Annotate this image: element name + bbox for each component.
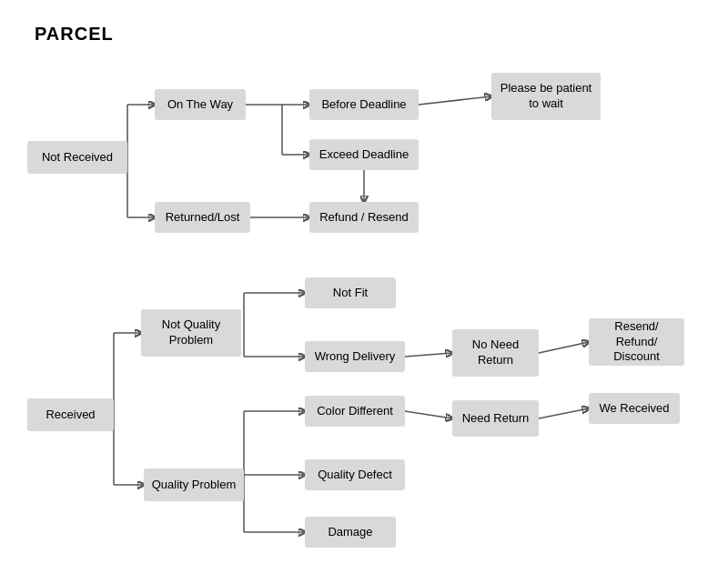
page-title: PARCEL bbox=[27, 18, 121, 49]
we-received-node: We Received bbox=[589, 393, 680, 424]
need-return-node: Need Return bbox=[452, 400, 539, 437]
not-quality-node: Not Quality Problem bbox=[141, 309, 241, 357]
exceed-deadline-node: Exceed Deadline bbox=[309, 139, 419, 170]
refund-resend-node: Refund / Resend bbox=[309, 202, 419, 233]
quality-defect-node: Quality Defect bbox=[305, 459, 405, 490]
svg-line-23 bbox=[539, 342, 589, 353]
svg-line-22 bbox=[405, 411, 452, 418]
returned-lost-node: Returned/Lost bbox=[155, 202, 250, 233]
resend-refund-node: Resend/ Refund/ Discount bbox=[589, 318, 684, 366]
svg-line-24 bbox=[539, 408, 589, 418]
svg-line-7 bbox=[419, 96, 491, 105]
quality-problem-node: Quality Problem bbox=[144, 468, 244, 501]
on-the-way-node: On The Way bbox=[155, 89, 246, 120]
damage-node: Damage bbox=[305, 517, 396, 548]
received-node: Received bbox=[27, 398, 114, 431]
no-need-return-node: No Need Return bbox=[452, 329, 539, 377]
color-different-node: Color Different bbox=[305, 396, 405, 427]
not-fit-node: Not Fit bbox=[305, 277, 396, 308]
wrong-delivery-node: Wrong Delivery bbox=[305, 341, 405, 372]
not-received-node: Not Received bbox=[27, 141, 127, 174]
please-wait-node: Please be patient to wait bbox=[491, 73, 601, 120]
svg-line-21 bbox=[405, 353, 452, 357]
before-deadline-node: Before Deadline bbox=[309, 89, 419, 120]
